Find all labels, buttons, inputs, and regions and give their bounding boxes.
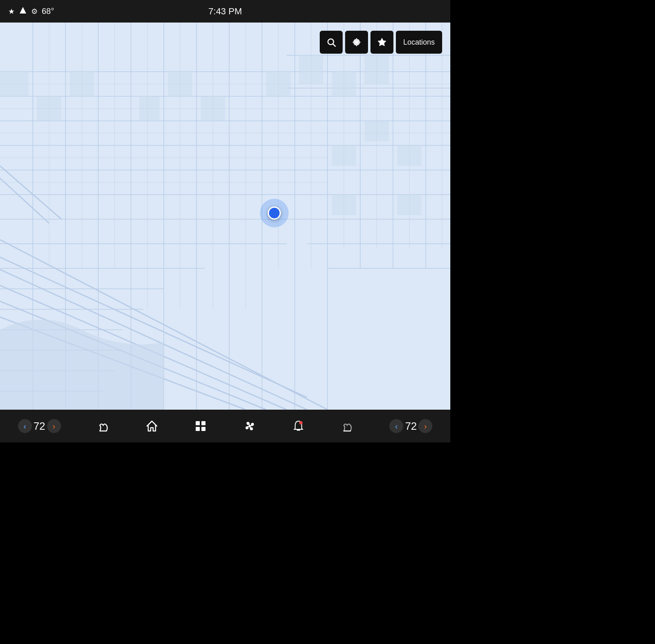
right-temperature: 72 bbox=[405, 420, 417, 433]
favorites-button[interactable] bbox=[370, 31, 393, 54]
svg-rect-82 bbox=[196, 427, 200, 431]
right-temp-control: ‹ 72 › bbox=[389, 419, 432, 433]
apps-button[interactable] bbox=[194, 420, 207, 433]
left-temp-decrease[interactable]: ‹ bbox=[18, 419, 32, 433]
right-heat-svg bbox=[341, 420, 354, 433]
left-heat-svg bbox=[97, 420, 110, 433]
location-dot bbox=[260, 199, 289, 227]
locations-button[interactable]: Locations bbox=[396, 31, 442, 54]
svg-line-76 bbox=[333, 44, 335, 47]
signal-icon bbox=[19, 6, 27, 16]
svg-rect-80 bbox=[196, 421, 200, 425]
right-heat-icon[interactable] bbox=[341, 420, 354, 433]
left-temp-control: ‹ 72 › bbox=[18, 419, 61, 433]
location-dot-inner bbox=[268, 206, 281, 220]
bluetooth-icon: ★ bbox=[8, 7, 15, 16]
map-toolbar: Locations bbox=[320, 31, 442, 54]
notification-button[interactable] bbox=[292, 420, 305, 433]
right-temp-increase[interactable]: › bbox=[418, 419, 432, 433]
left-temp-increase[interactable]: › bbox=[47, 419, 61, 433]
location-dot-outer bbox=[260, 199, 289, 227]
svg-marker-0 bbox=[20, 7, 26, 14]
status-left: ★ ⚙ 68° bbox=[8, 6, 54, 16]
svg-marker-78 bbox=[378, 38, 386, 46]
status-time: 7:43 PM bbox=[208, 6, 242, 17]
settings-button[interactable] bbox=[345, 31, 368, 54]
svg-point-84 bbox=[248, 425, 251, 427]
map-svg bbox=[0, 23, 450, 410]
search-icon bbox=[326, 37, 336, 47]
map-area[interactable]: Locations bbox=[0, 23, 450, 410]
left-heat-icon[interactable] bbox=[97, 420, 110, 433]
right-temp-decrease[interactable]: ‹ bbox=[389, 419, 403, 433]
grid-icon bbox=[194, 420, 207, 433]
left-temperature: 72 bbox=[34, 420, 45, 433]
fan-icon bbox=[243, 420, 256, 433]
fan-button[interactable] bbox=[243, 420, 256, 433]
status-temperature: 68° bbox=[42, 7, 54, 16]
locations-label: Locations bbox=[403, 38, 435, 47]
settings-icon: ⚙ bbox=[31, 7, 38, 16]
status-bar: ★ ⚙ 68° 7:43 PM bbox=[0, 0, 450, 23]
gear-icon bbox=[352, 37, 361, 47]
home-button[interactable] bbox=[145, 420, 158, 433]
svg-rect-83 bbox=[201, 427, 206, 431]
star-icon bbox=[377, 37, 387, 47]
svg-rect-81 bbox=[201, 421, 206, 425]
svg-point-86 bbox=[299, 421, 303, 424]
bell-icon bbox=[292, 420, 305, 433]
search-button[interactable] bbox=[320, 31, 343, 54]
home-icon bbox=[145, 420, 158, 433]
bottom-bar: ‹ 72 › bbox=[0, 410, 450, 442]
